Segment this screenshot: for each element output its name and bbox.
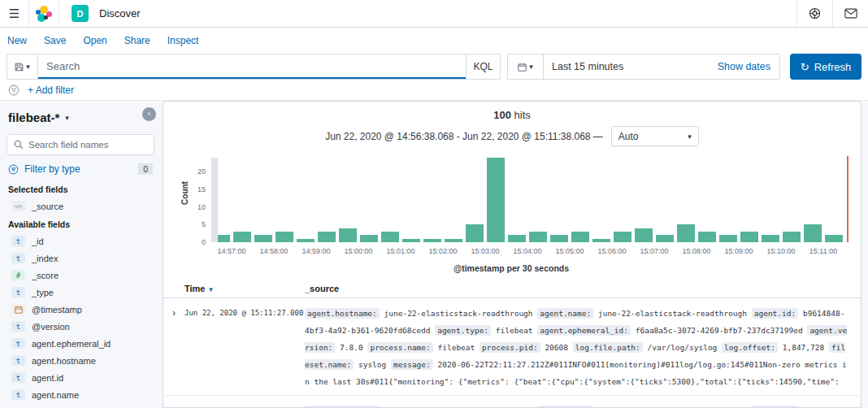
histogram-bucket[interactable] — [210, 158, 232, 242]
collapse-sidebar-button[interactable]: ‹ — [142, 107, 156, 121]
histogram-bucket[interactable] — [464, 158, 485, 242]
toolbar-link-open[interactable]: Open — [83, 35, 106, 46]
field-item-_index[interactable]: t _index — [7, 250, 154, 267]
histogram-bar — [466, 224, 484, 242]
discover-results-panel: 100 hits Jun 22, 2020 @ 14:56:38.068 - J… — [163, 101, 861, 408]
histogram-bucket[interactable] — [274, 158, 295, 242]
y-tick-label: 15 — [197, 185, 206, 193]
histogram-bar — [445, 239, 463, 242]
histogram-bucket[interactable] — [549, 158, 570, 242]
histogram-bucket[interactable] — [739, 158, 760, 242]
toolbar-link-share[interactable]: Share — [124, 35, 150, 46]
source-field-key: process.name: — [367, 342, 432, 353]
histogram-bar — [635, 228, 653, 242]
histogram-bucket[interactable] — [527, 158, 549, 242]
field-name: _type — [32, 288, 54, 297]
saved-queries-button[interactable]: ▾ — [7, 54, 38, 79]
string-field-icon: t — [11, 355, 25, 366]
field-search-input[interactable] — [28, 140, 147, 150]
interval-select[interactable]: Auto ▾ — [611, 126, 699, 146]
help-icon[interactable] — [796, 0, 832, 27]
expand-row-icon[interactable]: › — [163, 402, 184, 408]
time-column-header[interactable]: Time ▼ — [184, 284, 305, 293]
source-field-value: 1,847,728 — [783, 343, 824, 352]
calendar-icon[interactable]: ▾ — [508, 54, 544, 79]
histogram-bucket[interactable] — [316, 158, 337, 242]
menu-hamburger-icon[interactable]: ☰ — [0, 0, 29, 27]
x-tick-label: 15:11:00 — [809, 247, 837, 255]
index-pattern-picker[interactable]: filebeat-* ▾ — [8, 111, 154, 124]
toolbar-link-new[interactable]: New — [7, 35, 27, 46]
x-tick-label: 15:07:00 — [640, 247, 668, 255]
expand-row-icon[interactable]: › — [163, 305, 184, 390]
histogram-bucket[interactable] — [443, 158, 464, 242]
histogram-bucket[interactable] — [612, 158, 633, 242]
histogram-bucket[interactable] — [718, 158, 739, 242]
source-field-value: f6aa8a5c-3072-4269-bfb7-237dc37199ed — [636, 326, 803, 335]
page-title: Discover — [99, 7, 141, 20]
field-item-_id[interactable]: t _id — [7, 232, 154, 250]
x-tick-label: 14:59:00 — [302, 247, 330, 255]
histogram-bucket[interactable] — [823, 158, 844, 242]
source-field-value: 2020-06-22T22:11:27.212Z#011INFO#011[mon… — [305, 360, 847, 386]
histogram-bucket[interactable] — [401, 158, 422, 242]
hits-count-row: 100 hits — [163, 102, 861, 121]
field-item-agent.hostname[interactable]: t agent.hostname — [7, 352, 154, 369]
source-field-key: agent.ephemeral_id: — [537, 325, 631, 336]
source-field-value: june-22-elasticstack-readthrough — [598, 309, 747, 318]
field-item-_type[interactable]: t _type — [7, 284, 154, 301]
histogram-bucket[interactable] — [506, 158, 527, 242]
toolbar-link-inspect[interactable]: Inspect — [167, 35, 199, 46]
x-tick-label: 15:10:00 — [766, 247, 795, 255]
field-item-@timestamp[interactable]: @timestamp — [7, 301, 154, 318]
hits-label: hits — [514, 109, 531, 121]
source-field-key: agent.id: — [752, 308, 798, 319]
query-language-button[interactable]: KQL — [466, 54, 500, 79]
newsfeed-mail-icon[interactable] — [832, 0, 868, 27]
source-field-value: filebeat — [438, 343, 475, 352]
field-item-agent.name[interactable]: t agent.name — [7, 386, 154, 403]
x-tick-label: 15:05:00 — [555, 247, 584, 255]
histogram-bucket[interactable] — [802, 158, 823, 242]
field-item-agent.id[interactable]: t agent.id — [7, 369, 154, 386]
histogram-bucket[interactable] — [675, 158, 697, 242]
histogram-bucket[interactable] — [232, 158, 253, 242]
show-dates-link[interactable]: Show dates — [718, 61, 779, 72]
field-item-_score[interactable]: # _score — [7, 267, 154, 284]
histogram-bucket[interactable] — [633, 158, 654, 242]
histogram-bucket[interactable] — [781, 158, 802, 242]
toolbar-link-save[interactable]: Save — [44, 35, 66, 46]
histogram-bucket[interactable] — [570, 158, 591, 242]
histogram-bucket[interactable] — [337, 158, 358, 242]
field-item-agent.ephemeral_id[interactable]: t agent.ephemeral_id — [7, 335, 154, 352]
histogram-bucket[interactable] — [295, 158, 316, 242]
histogram-bucket[interactable] — [654, 158, 675, 242]
histogram-bucket[interactable] — [697, 158, 718, 242]
time-range-label[interactable]: Last 15 minutes — [544, 61, 623, 72]
histogram-bar — [762, 235, 780, 242]
histogram-bucket[interactable] — [253, 158, 274, 242]
y-axis-ticks: 05101520 — [188, 158, 206, 242]
histogram-bucket[interactable] — [760, 158, 781, 242]
add-filter-button[interactable]: + Add filter — [28, 85, 74, 96]
histogram-bucket[interactable] — [485, 158, 506, 242]
search-input[interactable] — [38, 54, 466, 79]
refresh-button[interactable]: ↻ Refresh — [790, 54, 861, 80]
histogram-bar — [402, 239, 421, 242]
histogram-bucket[interactable] — [358, 158, 380, 242]
histogram-bar — [233, 232, 252, 242]
field-item-@version[interactable]: t @version — [7, 318, 154, 335]
space-badge[interactable]: D — [72, 5, 89, 22]
histogram-bar — [825, 235, 844, 242]
field-item-_source[interactable]: </> _source — [7, 197, 154, 215]
x-tick-label: 15:04:00 — [513, 247, 541, 255]
histogram-bucket[interactable] — [422, 158, 443, 242]
histogram-bucket[interactable] — [591, 158, 612, 242]
filter-by-type-button[interactable]: Filter by type 0 — [8, 163, 153, 175]
source-field-key: log.file.path: — [573, 342, 643, 353]
row-source: agent.hostname: june-22-elasticstack-rea… — [305, 402, 861, 408]
histogram-bucket[interactable] — [380, 158, 401, 242]
elastic-logo[interactable] — [29, 0, 59, 27]
x-axis-title: @timestamp per 30 seconds — [178, 263, 844, 273]
search-icon — [14, 140, 24, 150]
